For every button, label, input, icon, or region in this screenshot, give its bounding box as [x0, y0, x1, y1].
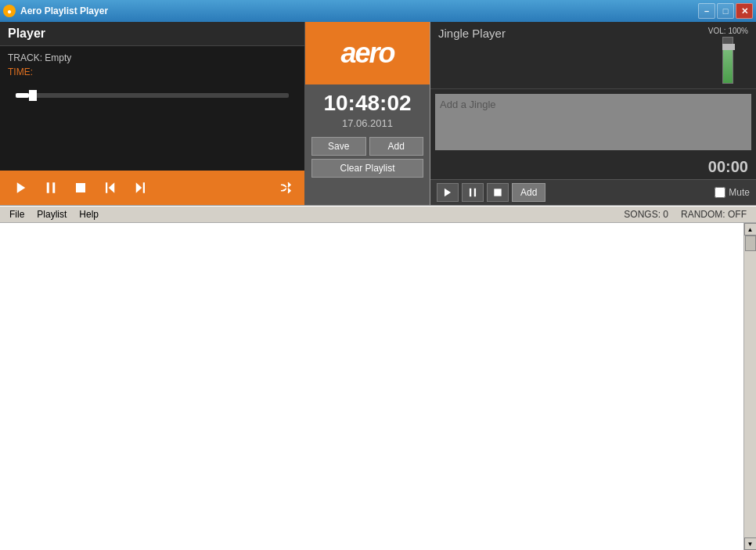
playlist-area: ▲ ▼: [0, 223, 756, 550]
track-info: TRACK: Empty: [8, 52, 297, 63]
vol-control: VOL: 100%: [708, 27, 748, 84]
svg-rect-1: [47, 182, 49, 193]
window-title: Aero Playlist Player: [20, 5, 108, 16]
jingle-play-button[interactable]: [437, 183, 459, 202]
svg-marker-6: [136, 182, 142, 193]
svg-marker-4: [109, 182, 115, 193]
player-header: Player: [0, 22, 304, 46]
jingle-add-hint: Add a Jingle: [440, 99, 496, 110]
scrollbar-thumb[interactable]: [745, 235, 756, 251]
next-button[interactable]: [127, 177, 153, 199]
jingle-controls: Add Mute: [430, 179, 756, 205]
play-button[interactable]: [8, 177, 34, 199]
player-panel: Player TRACK: Empty TIME:: [0, 22, 305, 205]
minimize-button[interactable]: –: [698, 3, 715, 19]
time-info: TIME:: [8, 67, 297, 77]
svg-marker-10: [445, 189, 451, 197]
scrollbar-up-button[interactable]: ▲: [744, 223, 757, 235]
maximize-button[interactable]: □: [717, 3, 734, 19]
pause-button[interactable]: [38, 177, 64, 199]
jingle-stop-button[interactable]: [487, 183, 509, 202]
title-bar: ● Aero Playlist Player – □ ✕: [0, 0, 756, 22]
songs-count: SONGS: 0: [624, 209, 668, 220]
menu-file[interactable]: File: [3, 207, 31, 222]
svg-rect-3: [76, 183, 85, 192]
close-button[interactable]: ✕: [736, 3, 753, 19]
shuffle-button[interactable]: [275, 177, 297, 199]
svg-rect-5: [106, 182, 107, 193]
player-info: TRACK: Empty TIME:: [0, 46, 304, 171]
jingle-title: Jingle Player: [438, 27, 708, 40]
aero-date: 17.06.2011: [342, 117, 393, 129]
mute-container: Mute: [715, 187, 750, 198]
jingle-pause-button[interactable]: [462, 183, 484, 202]
title-bar-left: ● Aero Playlist Player: [3, 5, 108, 17]
playlist-scrollbar: ▲ ▼: [743, 223, 756, 550]
add-button[interactable]: Add: [369, 137, 424, 156]
progress-bar-container[interactable]: [16, 93, 289, 98]
jingle-add-button[interactable]: Add: [512, 183, 545, 202]
aero-panel: aero 10:48:02 17.06.2011 Save Add Clear …: [305, 22, 430, 205]
progress-thumb[interactable]: [29, 90, 37, 101]
jingle-time-display: 00:00: [430, 155, 756, 179]
svg-rect-12: [474, 189, 476, 197]
aero-logo: aero: [340, 37, 394, 70]
svg-rect-11: [470, 189, 471, 197]
aero-time: 10:48:02: [323, 84, 411, 117]
aero-logo-area: aero: [305, 22, 430, 84]
jingle-list-area: Add a Jingle: [435, 94, 751, 150]
menu-bar: File Playlist Help SONGS: 0 RANDOM: OFF: [0, 206, 756, 223]
svg-rect-7: [143, 182, 145, 193]
random-status: RANDOM: OFF: [681, 209, 747, 220]
stop-button[interactable]: [67, 177, 94, 199]
save-button[interactable]: Save: [311, 137, 366, 156]
status-info: SONGS: 0 RANDOM: OFF: [624, 209, 753, 220]
vol-slider-track[interactable]: [722, 37, 733, 84]
clear-playlist-button[interactable]: Clear Playlist: [311, 159, 423, 178]
jingle-panel: Jingle Player VOL: 100% Add a Jingle 00:…: [430, 22, 756, 205]
vol-thumb[interactable]: [722, 44, 735, 50]
mute-label: Mute: [729, 187, 750, 198]
svg-rect-13: [494, 189, 501, 196]
aero-buttons: Save Add: [305, 137, 430, 156]
scrollbar-down-button[interactable]: ▼: [744, 537, 757, 550]
menu-playlist[interactable]: Playlist: [31, 207, 73, 222]
vol-slider-fill: [723, 47, 733, 83]
menu-help[interactable]: Help: [73, 207, 105, 222]
title-bar-buttons: – □ ✕: [698, 3, 753, 19]
svg-rect-2: [52, 182, 55, 193]
player-title: Player: [8, 27, 45, 40]
vol-label: VOL: 100%: [708, 27, 748, 35]
prev-button[interactable]: [97, 177, 124, 199]
progress-bar-fill: [16, 93, 29, 98]
mute-checkbox[interactable]: [715, 187, 725, 198]
top-section: Player TRACK: Empty TIME:: [0, 22, 756, 206]
player-controls: [0, 171, 304, 205]
svg-marker-0: [17, 182, 26, 193]
jingle-header-row: Jingle Player VOL: 100%: [430, 22, 756, 89]
progress-bar-track[interactable]: [16, 93, 289, 98]
app-icon: ●: [3, 5, 16, 17]
main-content: Player TRACK: Empty TIME:: [0, 22, 756, 550]
